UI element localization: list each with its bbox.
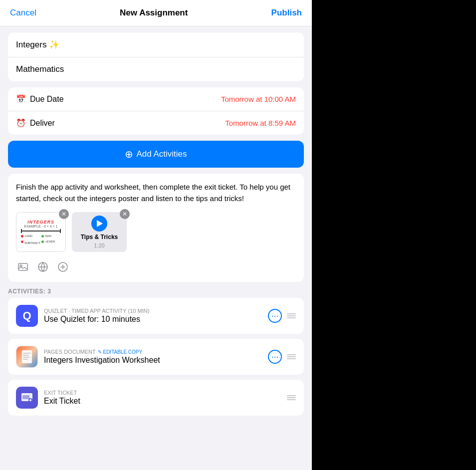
notes-section[interactable]: Finish the app activity and worksheet, t… — [8, 174, 304, 282]
ops-grid: +ADD ADD -SUBTRACT +EVEN — [21, 235, 61, 244]
integers-poster-attachment[interactable]: ✕ INTEGERS EXAMPLE: -3 + 4 = 1 +ADD ADD … — [16, 212, 66, 252]
svg-rect-10 — [22, 395, 29, 399]
quizlet-actions: ··· — [268, 309, 296, 323]
assignment-title-text: Integers ✨ — [16, 40, 59, 49]
quizlet-more-button[interactable]: ··· — [268, 309, 282, 323]
exit-ticket-icon — [16, 387, 38, 409]
quizlet-icon: Q — [16, 305, 38, 327]
pages-actions: ··· — [268, 350, 296, 364]
add-toolbar-button[interactable] — [56, 260, 70, 274]
integers-thumb-title: INTEGERS — [27, 220, 54, 225]
add-activities-label: Add Activities — [136, 149, 187, 159]
quizlet-name: Use Quizlet for: 10 minutes — [44, 315, 262, 324]
tips-tricks-thumbnail: Tips & Tricks 1:20 — [72, 212, 127, 252]
deliver-left: ⏰ Deliver — [16, 118, 55, 128]
svg-rect-0 — [18, 263, 27, 270]
add-activities-button[interactable]: ⊕ Add Activities — [8, 141, 304, 168]
activity-quizlet[interactable]: Q QUIZLET · TIMED APP ACTIVITY (10 MIN) … — [8, 298, 304, 334]
exit-ticket-type: EXIT TICKET — [44, 390, 281, 396]
play-button[interactable] — [91, 216, 107, 232]
quizlet-type: QUIZLET · TIMED APP ACTIVITY (10 MIN) — [44, 308, 262, 314]
assignment-title-field[interactable]: Integers ✨ — [8, 32, 304, 57]
more-dots-icon: ··· — [271, 311, 278, 321]
exit-ticket-drag-handle[interactable] — [287, 395, 296, 400]
quizlet-letter: Q — [22, 309, 31, 322]
due-date-left: 📅 Due Date — [16, 94, 64, 104]
pages-more-button[interactable]: ··· — [268, 350, 282, 364]
exit-ticket-info: EXIT TICKET Exit Ticket — [44, 390, 281, 406]
number-line — [21, 231, 61, 232]
due-date-label: Due Date — [30, 95, 64, 104]
publish-button[interactable]: Publish — [271, 8, 302, 18]
more-dots-icon: ··· — [271, 352, 278, 362]
exit-ticket-actions — [287, 395, 296, 400]
integers-thumbnail: INTEGERS EXAMPLE: -3 + 4 = 1 +ADD ADD -S… — [16, 212, 66, 252]
deliver-label: Deliver — [30, 119, 55, 128]
main-panel: Cancel New Assignment Publish Integers ✨… — [0, 0, 312, 470]
deliver-row[interactable]: ⏰ Deliver Tomorrow at 8:59 AM — [8, 111, 304, 135]
due-date-value: Tomorrow at 10:00 AM — [221, 95, 296, 103]
pages-type: PAGES DOCUMENT ✎ EDITABLE COPY — [44, 349, 262, 355]
title-section: Integers ✨ Mathematics — [8, 32, 304, 81]
calendar-icon: 📅 — [16, 94, 26, 104]
add-op: +ADD — [21, 235, 40, 237]
svg-rect-7 — [23, 357, 30, 358]
even-op: +EVEN — [41, 238, 61, 244]
tips-thumb-duration: 1:20 — [94, 242, 104, 248]
attachments-row: ✕ INTEGERS EXAMPLE: -3 + 4 = 1 +ADD ADD … — [16, 212, 296, 252]
quizlet-info: QUIZLET · TIMED APP ACTIVITY (10 MIN) Us… — [44, 308, 262, 324]
exit-ticket-name: Exit Ticket — [44, 397, 281, 406]
integers-example: EXAMPLE: -3 + 4 = 1 — [24, 225, 58, 228]
pages-drag-handle[interactable] — [287, 354, 296, 359]
pages-info: PAGES DOCUMENT ✎ EDITABLE COPY Integers … — [44, 349, 262, 365]
subject-field[interactable]: Mathematics — [8, 57, 304, 81]
activity-exit-ticket[interactable]: EXIT TICKET Exit Ticket — [8, 380, 304, 416]
date-section: 📅 Due Date Tomorrow at 10:00 AM ⏰ Delive… — [8, 87, 304, 135]
sub-op: -SUBTRACT — [21, 238, 40, 244]
page-title: New Assignment — [120, 8, 188, 18]
header: Cancel New Assignment Publish — [0, 0, 312, 26]
add-op2: ADD — [41, 235, 61, 237]
remove-integers-button[interactable]: ✕ — [59, 209, 69, 219]
plus-circle-icon: ⊕ — [125, 148, 133, 160]
quizlet-drag-handle[interactable] — [287, 313, 296, 318]
tips-tricks-attachment[interactable]: ✕ Tips & Tricks 1:20 — [72, 212, 127, 252]
subject-text: Mathematics — [16, 64, 64, 74]
due-date-row[interactable]: 📅 Due Date Tomorrow at 10:00 AM — [8, 87, 304, 111]
link-toolbar-button[interactable] — [36, 260, 50, 274]
svg-rect-5 — [23, 353, 31, 354]
pages-name: Integers Investigation Worksheet — [44, 356, 262, 365]
play-triangle-icon — [97, 220, 103, 227]
activity-pages[interactable]: PAGES DOCUMENT ✎ EDITABLE COPY Integers … — [8, 339, 304, 375]
deliver-value: Tomorrow at 8:59 AM — [225, 119, 296, 127]
pages-icon — [16, 346, 38, 368]
remove-tips-button[interactable]: ✕ — [120, 209, 130, 219]
image-toolbar-button[interactable] — [16, 260, 30, 274]
activities-count-label: ACTIVITIES: 3 — [0, 282, 312, 298]
cancel-button[interactable]: Cancel — [10, 8, 36, 18]
svg-rect-8 — [23, 359, 28, 360]
notes-toolbar — [16, 260, 296, 274]
svg-rect-6 — [23, 355, 29, 356]
notes-text: Finish the app activity and worksheet, t… — [16, 182, 296, 204]
clock-icon: ⏰ — [16, 118, 26, 128]
editable-copy-badge: ✎ EDITABLE COPY — [98, 349, 143, 355]
tips-thumb-title: Tips & Tricks — [81, 234, 118, 240]
